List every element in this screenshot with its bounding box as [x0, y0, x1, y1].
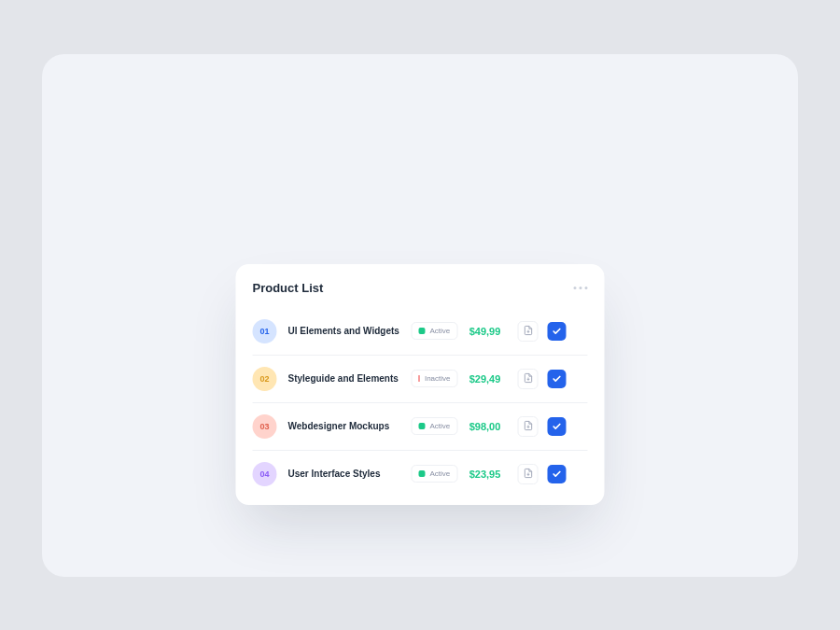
check-icon — [553, 371, 562, 387]
more-menu[interactable] — [574, 287, 588, 289]
product-name: Webdesigner Mockups — [288, 421, 412, 431]
status-label: Inactive — [425, 374, 451, 383]
table-row: 01UI Elements and WidgetsActive$49,99 — [253, 308, 588, 356]
status-pill: Active — [412, 417, 458, 435]
product-name: Styleguide and Elements — [288, 373, 412, 384]
download-button[interactable] — [518, 464, 539, 484]
ellipsis-icon — [585, 287, 588, 289]
product-name: UI Elements and Widgets — [288, 326, 412, 336]
price-value: $23,95 — [458, 469, 512, 480]
status-dot-icon — [419, 328, 426, 334]
table-row: 03Webdesigner MockupsActive$98,00 — [253, 403, 588, 451]
card-title: Product List — [253, 281, 324, 295]
row-number-badge: 04 — [253, 462, 277, 486]
select-checkbox[interactable] — [548, 417, 567, 436]
check-icon — [553, 418, 562, 435]
check-icon — [553, 323, 562, 340]
table-row: 02Styleguide and ElementsInactive$29,49 — [253, 356, 588, 403]
ellipsis-icon — [574, 287, 577, 289]
select-checkbox[interactable] — [548, 465, 567, 483]
status-pill: Inactive — [412, 370, 458, 387]
table-row: 04User Interface StylesActive$23,95 — [253, 451, 588, 497]
status-label: Active — [430, 422, 451, 430]
price-value: $98,00 — [458, 421, 512, 432]
price-value: $29,49 — [458, 373, 512, 385]
select-checkbox[interactable] — [548, 322, 567, 341]
rows-container: 01UI Elements and WidgetsActive$49,9902S… — [253, 308, 588, 497]
row-number-badge: 01 — [253, 319, 277, 343]
download-button[interactable] — [518, 321, 539, 342]
file-download-icon — [523, 466, 533, 483]
status-dot-icon — [419, 470, 426, 477]
status-dot-icon — [419, 375, 420, 382]
ellipsis-icon — [580, 287, 582, 289]
status-pill: Active — [412, 322, 458, 340]
file-download-icon — [523, 418, 533, 435]
status-dot-icon — [419, 423, 426, 429]
row-number-badge: 03 — [253, 414, 277, 439]
download-button[interactable] — [518, 369, 539, 389]
file-download-icon — [523, 371, 533, 387]
card-header: Product List — [253, 281, 588, 295]
price-value: $49,99 — [458, 326, 512, 337]
download-button[interactable] — [518, 416, 539, 437]
row-number-badge: 02 — [253, 367, 277, 391]
select-checkbox[interactable] — [548, 370, 567, 388]
status-label: Active — [430, 469, 451, 478]
status-label: Active — [430, 327, 451, 335]
canvas: Product List 01UI Elements and WidgetsAc… — [42, 54, 798, 577]
check-icon — [553, 466, 562, 483]
product-list-card: Product List 01UI Elements and WidgetsAc… — [236, 264, 605, 505]
status-pill: Active — [412, 465, 458, 483]
file-download-icon — [523, 323, 533, 340]
product-name: User Interface Styles — [288, 469, 412, 479]
